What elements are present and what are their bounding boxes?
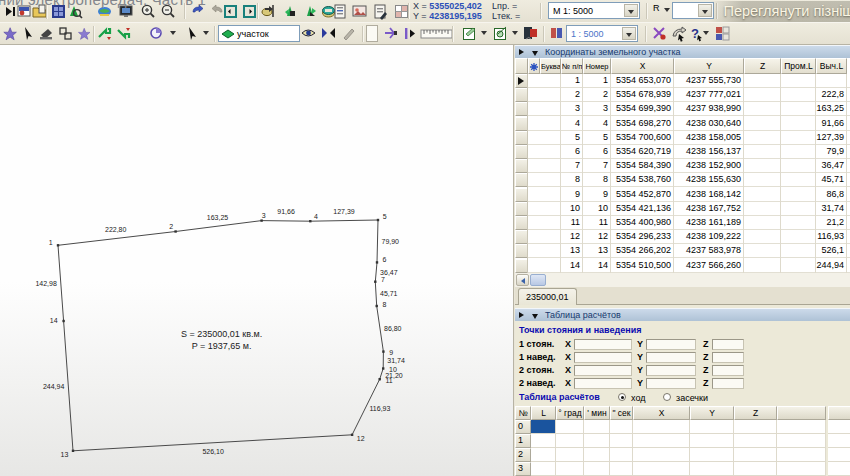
calc-cell[interactable] (828, 448, 850, 462)
station-z-field[interactable] (712, 352, 744, 363)
calc-cell[interactable] (531, 448, 556, 462)
report-icon[interactable] (332, 3, 349, 20)
pick-cursor-icon[interactable] (183, 25, 200, 42)
table-cell[interactable]: 4238 155,630 (674, 174, 741, 184)
rotate-dropdown-arrow[interactable] (170, 31, 176, 35)
calc-cell[interactable] (690, 462, 734, 476)
calc-cell[interactable] (556, 448, 584, 462)
table-cell[interactable]: 4238 167,752 (674, 203, 741, 213)
calc-col-header[interactable]: ' мин (584, 406, 610, 420)
compare-icon[interactable] (548, 25, 565, 42)
calc-col-header[interactable]: X (633, 406, 690, 420)
table-cell[interactable]: 526,1 (816, 245, 844, 255)
table-cell[interactable]: 12 (561, 231, 580, 241)
col-header-6[interactable]: Пром.L (781, 58, 816, 74)
table-cell[interactable]: 4238 158,005 (674, 132, 741, 142)
image-icon[interactable] (351, 3, 368, 20)
table-cell[interactable]: 11 (583, 217, 608, 227)
map-scale-combo[interactable]: М 1: 5000 (548, 2, 640, 19)
table-cell[interactable]: 4237 555,730 (674, 75, 741, 85)
table-cell[interactable]: 2 (561, 89, 580, 99)
table-cell[interactable]: 6 (561, 146, 580, 156)
table-cell[interactable]: 1 (583, 75, 608, 85)
table-cell[interactable]: 4 (583, 118, 608, 128)
table-cell[interactable]: 5354 421,136 (611, 203, 671, 213)
join-icon[interactable] (320, 25, 337, 42)
draw-mode2-arrow[interactable] (512, 31, 518, 35)
calc-row-number[interactable]: 0 (515, 420, 531, 434)
scroll-thumb[interactable] (530, 274, 546, 286)
table-cell[interactable]: 10 (583, 203, 608, 213)
zoom-combo[interactable]: 1 : 5000 (566, 25, 638, 42)
coords-table-hscrollbar[interactable] (515, 273, 850, 287)
calc-cell[interactable] (633, 434, 690, 448)
calc-col-header[interactable]: " сек (610, 406, 633, 420)
help-dropdown-arrow[interactable] (703, 31, 709, 35)
table-cell[interactable]: 222,8 (816, 89, 844, 99)
calc-cell[interactable] (633, 448, 690, 462)
draw-mode-icon[interactable] (461, 25, 478, 42)
table-cell[interactable]: 8 (561, 174, 580, 184)
station-x-field[interactable] (574, 378, 632, 389)
table-cell[interactable]: 5354 700,600 (611, 132, 671, 142)
table-cell[interactable]: 116,93 (816, 231, 844, 241)
move-up-icon[interactable] (97, 25, 114, 42)
table-cell[interactable]: 244,94 (816, 260, 844, 270)
col-header-7[interactable]: Выч.L (816, 58, 847, 74)
calc-cell[interactable] (531, 462, 556, 476)
calc-cell[interactable] (584, 420, 610, 434)
table-cell[interactable]: 4238 168,142 (674, 189, 741, 199)
ruler-icon[interactable] (420, 25, 454, 42)
table-cell[interactable]: 3 (561, 103, 580, 113)
table-cell[interactable]: 13 (561, 245, 580, 255)
calc-cell[interactable] (584, 462, 610, 476)
station-x-field[interactable] (574, 352, 632, 363)
table-cell[interactable]: 14 (583, 260, 608, 270)
calc-cell[interactable] (777, 462, 826, 476)
station-y-field[interactable] (646, 378, 696, 389)
r-combo[interactable] (672, 2, 714, 19)
calc-cell[interactable] (556, 434, 584, 448)
sheet-tab[interactable]: 235000,01 (518, 288, 577, 305)
table-cell[interactable]: 13 (583, 245, 608, 255)
calc-cell[interactable] (584, 448, 610, 462)
table-cell[interactable]: 127,39 (816, 132, 844, 142)
tool-star-icon[interactable] (2, 25, 19, 42)
table-cell[interactable]: 163,25 (816, 103, 844, 113)
table-cell[interactable]: 1 (561, 75, 580, 85)
calc-cell[interactable] (777, 420, 826, 434)
table-cell[interactable]: 4237 938,990 (674, 103, 741, 113)
station-y-field[interactable] (646, 339, 696, 350)
prev-object-icon[interactable] (222, 3, 239, 20)
drawing-canvas[interactable]: 1234567891011121314222,80163,2591,66127,… (0, 45, 514, 476)
calc-cell[interactable] (633, 462, 690, 476)
snap-left-icon[interactable] (402, 25, 419, 42)
col-header-0[interactable]: Буква (540, 58, 561, 74)
radio-traverse[interactable] (618, 393, 626, 401)
table-cell[interactable]: 3 (583, 103, 608, 113)
calc-col-header[interactable]: ° град (556, 406, 584, 420)
calc-cell[interactable] (828, 420, 850, 434)
table-cell[interactable]: 2 (583, 89, 608, 99)
snap-icon[interactable] (260, 3, 277, 20)
col-header-5[interactable]: Z (744, 58, 781, 74)
table-cell[interactable]: 5354 510,500 (611, 260, 671, 270)
table-cell[interactable]: 5354 698,270 (611, 118, 671, 128)
col-header-4[interactable]: Y (674, 58, 744, 74)
delete-icon[interactable] (651, 25, 668, 42)
calc-cell[interactable] (828, 462, 850, 476)
calc-cell[interactable] (734, 462, 777, 476)
station-z-field[interactable] (712, 378, 744, 389)
table-cell[interactable]: 45,71 (816, 174, 844, 184)
table-cell[interactable]: 12 (583, 231, 608, 241)
palette-icon[interactable] (714, 25, 731, 42)
calc-col-header[interactable]: Z (734, 406, 777, 420)
table-cell[interactable]: 5354 296,233 (611, 231, 671, 241)
calc-cell[interactable] (556, 420, 584, 434)
table-cell[interactable]: 5354 266,202 (611, 245, 671, 255)
calc-cell[interactable] (633, 420, 690, 434)
collapse-right-icon[interactable] (519, 49, 524, 55)
calc-cell[interactable] (610, 434, 633, 448)
r-dropdown-arrow[interactable] (664, 8, 670, 12)
table-cell[interactable]: 5354 400,980 (611, 217, 671, 227)
